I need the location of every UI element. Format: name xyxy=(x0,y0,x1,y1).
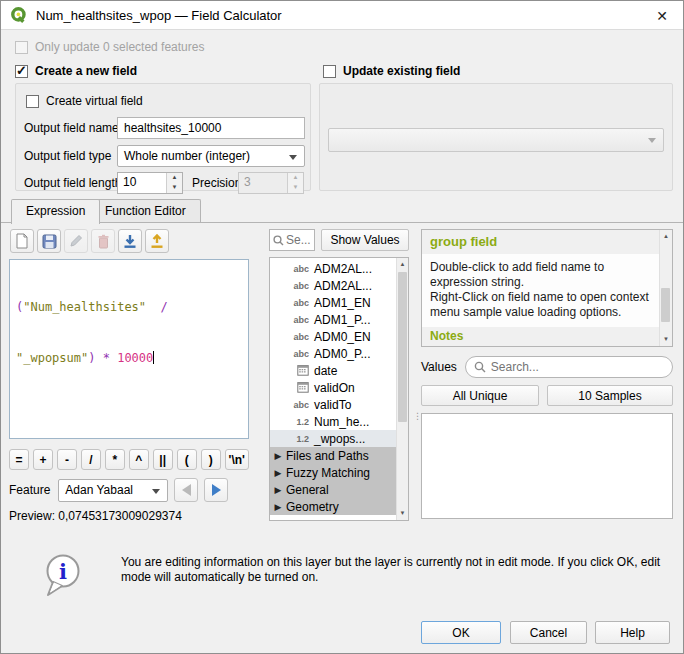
output-field-name-label: Output field name xyxy=(24,121,119,135)
checkbox-checked-box[interactable] xyxy=(15,65,28,78)
feature-label: Feature xyxy=(9,483,50,497)
title-bar: Num_healthsites_wpop — Field Calculator … xyxy=(1,1,683,30)
field-item[interactable]: abcADM1_P... xyxy=(270,311,396,328)
output-field-type-value: Whole number (integer) xyxy=(124,149,250,163)
operator-concat-button[interactable]: || xyxy=(153,449,173,470)
fields-scrollbar[interactable]: ▲ ▼ xyxy=(396,258,408,520)
operator-minus-button[interactable]: - xyxy=(57,449,77,470)
text-field-icon: abc xyxy=(270,332,314,342)
field-item-label: ADM0_P... xyxy=(314,347,370,361)
field-group[interactable]: ▶Fuzzy Matching xyxy=(270,464,396,481)
cancel-button[interactable]: Cancel xyxy=(510,621,587,644)
expander-icon[interactable]: ▶ xyxy=(270,485,286,495)
create-virtual-field-checkbox[interactable]: Create virtual field xyxy=(26,94,143,108)
output-field-type-select[interactable]: Whole number (integer) xyxy=(117,145,305,167)
tab-expression[interactable]: Expression xyxy=(11,199,100,224)
export-expression-button[interactable] xyxy=(145,229,169,253)
checkbox-box[interactable] xyxy=(26,95,39,108)
field-item-label: date xyxy=(314,364,337,378)
help-line-1: Double-click to add field name to expres… xyxy=(430,260,651,290)
expression-editor[interactable]: ("Num_healthsites" / "_wpopsum") * 10000 xyxy=(9,259,249,439)
field-item[interactable]: date xyxy=(270,362,396,379)
text-caret xyxy=(153,351,154,364)
close-icon[interactable]: ✕ xyxy=(651,5,673,27)
expander-icon[interactable]: ▶ xyxy=(270,468,286,478)
text-field-icon: abc xyxy=(270,298,314,308)
field-item[interactable]: abcADM0_EN xyxy=(270,328,396,345)
spin-down-icon[interactable]: ▼ xyxy=(167,183,182,193)
show-values-button[interactable]: Show Values xyxy=(321,229,409,251)
fields-list[interactable]: abcADM2AL... abcADM2AL... abcADM1_EN abc… xyxy=(269,257,409,521)
help-button[interactable]: Help xyxy=(595,621,670,644)
import-expression-button[interactable] xyxy=(118,229,142,253)
field-item-label: validTo xyxy=(314,398,351,412)
create-new-field-checkbox[interactable]: Create a new field xyxy=(15,64,137,78)
splitter-handle[interactable]: ⋮ xyxy=(413,413,418,443)
operator-divide-button[interactable]: / xyxy=(81,449,101,470)
output-field-name-input[interactable] xyxy=(117,117,305,139)
previous-feature-button xyxy=(174,478,198,502)
scroll-up-icon[interactable]: ▲ xyxy=(397,258,408,271)
output-field-length-spinner[interactable]: 10 ▲▼ xyxy=(117,172,183,194)
download-arrow-icon xyxy=(123,234,137,249)
field-group[interactable]: ▶General xyxy=(270,481,396,498)
operator-newline-button[interactable]: '\n' xyxy=(225,449,249,470)
field-item-label: ADM1_EN xyxy=(314,296,371,310)
update-existing-field-checkbox[interactable]: Update existing field xyxy=(323,64,460,78)
search-icon xyxy=(273,235,284,246)
next-feature-button[interactable] xyxy=(204,478,228,502)
field-item-label: validOn xyxy=(314,381,355,395)
scrollbar-thumb[interactable] xyxy=(661,288,670,322)
field-item[interactable]: abcADM2AL... xyxy=(270,260,396,277)
field-group[interactable]: ▶Geometry xyxy=(270,498,396,515)
pencil-icon xyxy=(69,234,83,248)
field-item-selected[interactable]: 1.2_wpops... xyxy=(270,430,396,447)
chevron-down-icon xyxy=(289,155,297,160)
scroll-up-icon[interactable]: ▲ xyxy=(660,230,672,243)
spin-up-icon[interactable]: ▲ xyxy=(167,173,182,183)
ok-button[interactable]: OK xyxy=(421,621,501,644)
create-virtual-field-label: Create virtual field xyxy=(46,94,143,108)
tab-function-editor[interactable]: Function Editor xyxy=(90,199,201,223)
save-expression-button[interactable] xyxy=(37,229,61,253)
scrollbar-thumb[interactable] xyxy=(398,272,407,422)
output-field-length-label: Output field length xyxy=(24,176,121,190)
field-item[interactable]: validOn xyxy=(270,379,396,396)
new-expression-button[interactable] xyxy=(10,229,34,253)
arrow-left-icon xyxy=(182,484,191,496)
operator-multiply-button[interactable]: * xyxy=(105,449,125,470)
operator-plus-button[interactable]: + xyxy=(33,449,53,470)
info-bubble-icon: i xyxy=(43,553,83,597)
values-list[interactable] xyxy=(421,413,673,519)
field-item[interactable]: abcADM1_EN xyxy=(270,294,396,311)
expander-icon[interactable]: ▶ xyxy=(270,451,286,461)
operator-buttons: = + - / * ^ || ( ) '\n' xyxy=(9,449,249,470)
values-search-input[interactable] xyxy=(491,360,664,374)
field-item-label: ADM0_EN xyxy=(314,330,371,344)
feature-select[interactable]: Adan Yabaal xyxy=(58,479,168,502)
spin-up-icon: ▲ xyxy=(288,173,303,183)
edit-expression-button xyxy=(64,229,88,253)
operator-equals-button[interactable]: = xyxy=(9,449,29,470)
info-message: You are editing information on this laye… xyxy=(121,555,666,585)
field-group[interactable]: ▶Files and Paths xyxy=(270,447,396,464)
field-item[interactable]: abcvalidTo xyxy=(270,396,396,413)
ten-samples-button[interactable]: 10 Samples xyxy=(547,385,673,406)
field-search-input[interactable] xyxy=(286,233,310,247)
all-unique-button[interactable]: All Unique xyxy=(421,385,539,406)
checkbox-box[interactable] xyxy=(323,65,336,78)
text-field-icon: abc xyxy=(270,400,314,410)
field-search-box[interactable] xyxy=(269,229,315,251)
update-field-groupbox xyxy=(319,83,673,191)
expander-icon[interactable]: ▶ xyxy=(270,502,286,512)
field-item[interactable]: abcADM0_P... xyxy=(270,345,396,362)
scroll-down-icon[interactable]: ▼ xyxy=(660,333,672,346)
scroll-down-icon[interactable]: ▼ xyxy=(397,507,408,520)
operator-open-paren-button[interactable]: ( xyxy=(177,449,197,470)
field-item[interactable]: 1.2Num_he... xyxy=(270,413,396,430)
operator-power-button[interactable]: ^ xyxy=(129,449,149,470)
field-item[interactable]: abcADM2AL... xyxy=(270,277,396,294)
values-search-box[interactable] xyxy=(465,356,673,378)
help-scrollbar[interactable]: ▲ ▼ xyxy=(659,230,672,346)
operator-close-paren-button[interactable]: ) xyxy=(201,449,221,470)
